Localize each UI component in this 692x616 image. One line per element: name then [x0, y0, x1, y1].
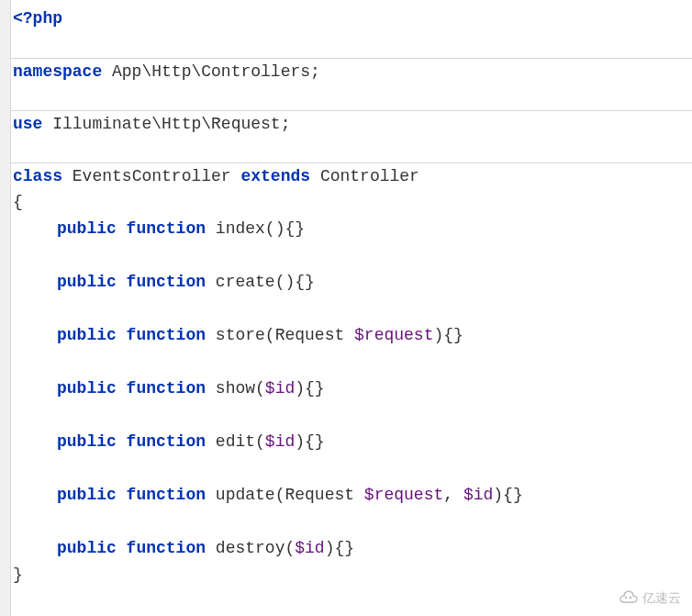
brace-close: }: [13, 566, 23, 584]
use-path: Illuminate\Http\Request;: [42, 115, 290, 133]
code-line-class: class EventsController extends Controlle…: [11, 162, 692, 189]
brace-open: {: [13, 193, 23, 211]
class-name: EventsController: [62, 167, 240, 185]
method-sig-part: ){}: [433, 326, 463, 344]
keyword-public: public: [57, 326, 117, 344]
method-sig-part: destroy(: [206, 539, 295, 557]
keyword-function: function: [117, 379, 206, 398]
namespace-path: App\Http\Controllers;: [102, 62, 320, 81]
method-signature: create(){}: [206, 273, 315, 291]
keyword-extends: extends: [240, 167, 310, 185]
method-sig-part: store(Request: [206, 326, 354, 344]
keyword-function: function: [117, 432, 206, 451]
php-variable: $id: [265, 432, 295, 451]
code-line-method: public function store(Request $request){…: [11, 322, 692, 349]
code-line: {: [11, 189, 692, 216]
code-line: }: [11, 562, 692, 588]
code-line-method: public function destroy($id){}: [11, 535, 692, 562]
method-sig-part: show(: [206, 379, 265, 398]
empty-line: [11, 32, 692, 59]
php-variable: $id: [295, 539, 324, 557]
watermark-text: 亿速云: [642, 590, 681, 607]
empty-line: [11, 137, 692, 163]
keyword-class: class: [13, 167, 62, 185]
method-sig-part: ){}: [295, 432, 324, 451]
method-sig-part: ){}: [295, 379, 324, 398]
code-line-method: public function update(Request $request,…: [11, 482, 692, 509]
watermark: 亿速云: [617, 589, 681, 607]
keyword-function: function: [117, 326, 206, 344]
svg-point-1: [630, 597, 631, 599]
code-editor: <?php namespace App\Http\Controllers; us…: [11, 0, 692, 588]
code-line-method: public function index(){}: [11, 216, 692, 242]
code-line-method: public function create(){}: [11, 269, 692, 296]
empty-line: [11, 455, 692, 482]
keyword-public: public: [57, 486, 117, 504]
code-line-method: public function edit($id){}: [11, 429, 692, 455]
code-line: use Illuminate\Http\Request;: [11, 110, 692, 137]
parent-class: Controller: [310, 167, 419, 185]
method-sig-part: edit(: [206, 432, 265, 451]
keyword-use: use: [13, 115, 42, 133]
keyword-namespace: namespace: [13, 62, 102, 81]
empty-line: [11, 402, 692, 429]
method-sig-part: ){}: [325, 539, 354, 557]
empty-line: [11, 296, 692, 322]
cloud-icon: [617, 589, 639, 607]
php-variable: $id: [463, 486, 493, 504]
keyword-function: function: [117, 273, 206, 291]
code-line: namespace App\Http\Controllers;: [11, 58, 692, 84]
method-sig-part: ){}: [493, 486, 522, 504]
method-sig-part: update(Request: [206, 486, 364, 504]
empty-line: [11, 84, 692, 111]
method-signature: index(){}: [206, 219, 305, 238]
empty-line: [11, 349, 692, 375]
code-line: <?php: [11, 6, 692, 32]
keyword-public: public: [57, 219, 117, 238]
keyword-public: public: [57, 379, 117, 398]
empty-line: [11, 242, 692, 269]
code-line-method: public function show($id){}: [11, 375, 692, 402]
keyword-public: public: [57, 539, 117, 557]
php-variable: $id: [265, 379, 295, 398]
keyword-function: function: [117, 539, 206, 557]
keyword-public: public: [57, 432, 117, 451]
svg-point-0: [625, 597, 627, 599]
editor-gutter: [0, 0, 11, 616]
php-open-tag: <?php: [13, 9, 62, 28]
empty-line: [11, 509, 692, 535]
keyword-public: public: [57, 273, 117, 291]
method-sig-part: ,: [443, 486, 463, 504]
keyword-function: function: [117, 486, 206, 504]
php-variable: $request: [354, 326, 433, 344]
php-variable: $request: [364, 486, 443, 504]
keyword-function: function: [117, 219, 206, 238]
